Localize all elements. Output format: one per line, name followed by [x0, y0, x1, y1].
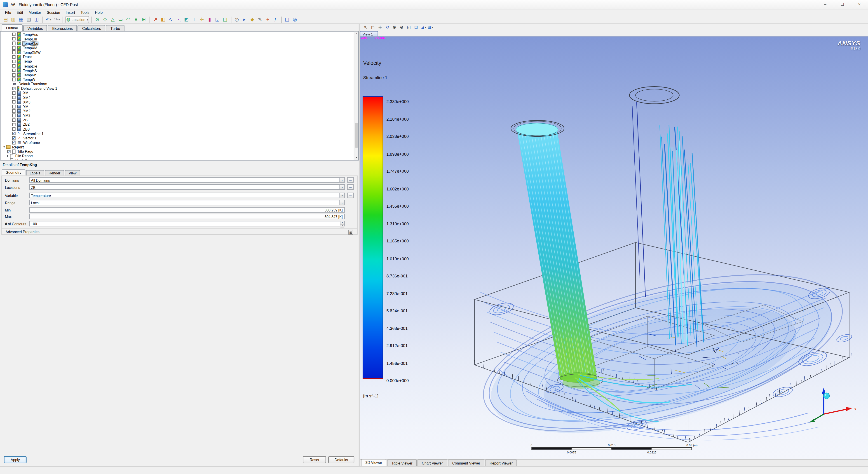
details-tab-render[interactable]: Render [45, 170, 64, 176]
checkbox[interactable] [12, 127, 16, 131]
checkbox[interactable] [12, 73, 16, 77]
view-select-icon[interactable]: ▦▾ [427, 24, 434, 31]
tab-outline[interactable]: Outline [2, 24, 22, 31]
tree-item-title-page[interactable]: ✓Title Page [0, 149, 353, 154]
tree-item-ym[interactable]: YM [0, 104, 353, 109]
menu-help[interactable]: Help [92, 9, 105, 15]
checkbox[interactable] [12, 69, 16, 72]
text-label-icon[interactable]: T [190, 16, 198, 23]
checkbox[interactable] [12, 96, 16, 99]
contour-icon[interactable]: ◧ [159, 16, 167, 23]
tab-variables[interactable]: Variables [23, 25, 47, 31]
tree-item-default-legend-view-1[interactable]: ✓Default Legend View 1 [0, 86, 353, 91]
zoom-box-icon[interactable]: ◱ [406, 24, 412, 31]
rotate-icon[interactable]: ⟲ [384, 24, 391, 31]
close-button[interactable]: × [851, 0, 868, 9]
tree-item-xm3[interactable]: XM3 [0, 100, 353, 104]
tree-item-tempxm[interactable]: TempXM [0, 45, 353, 50]
tab-calculators[interactable]: Calculators [78, 25, 105, 31]
domains-more-button[interactable]: … [347, 177, 353, 183]
save-icon[interactable]: ▦ [18, 16, 25, 23]
checkbox[interactable] [12, 46, 16, 50]
tree-item-tempw[interactable]: TempW [0, 77, 353, 82]
plane-icon[interactable]: ◇ [101, 16, 109, 23]
scrollbar-thumb[interactable] [354, 123, 358, 148]
tree-item-tempaus[interactable]: TempAus [0, 32, 353, 37]
checkbox[interactable] [12, 64, 16, 68]
checkbox[interactable] [12, 100, 16, 104]
print-icon[interactable]: ▧ [25, 16, 32, 23]
checkbox[interactable]: ✓ [12, 136, 16, 140]
view-tab[interactable]: View 1▾ [360, 31, 378, 36]
new-file-icon[interactable]: ▤ [2, 16, 9, 23]
tree-item-zb2[interactable]: ZB2 [0, 122, 353, 127]
animation-icon[interactable]: ▸ [241, 16, 248, 23]
location-dropdown-button[interactable]: ◍Location▾ [65, 16, 89, 23]
plot-icon[interactable]: ◩ [183, 16, 190, 23]
viewer-split-icon[interactable]: ◫ [283, 16, 291, 23]
checkbox[interactable] [12, 109, 16, 113]
tree-item-file-report[interactable]: ▶File Report [0, 154, 353, 158]
minimize-button[interactable]: – [816, 0, 834, 9]
perspective-icon[interactable]: ◪▾ [420, 24, 427, 31]
spinner[interactable]: ▲▼ [340, 221, 344, 226]
volume-icon[interactable]: ⊞ [140, 16, 147, 23]
undo-icon[interactable]: ↶▾ [44, 16, 53, 23]
expander-right-icon[interactable]: ▶ [6, 159, 10, 160]
spin-down-icon[interactable]: ▼ [340, 225, 344, 227]
menu-edit[interactable]: Edit [14, 9, 26, 15]
tree-item-report[interactable]: ▼Report [0, 145, 353, 149]
checkbox[interactable] [12, 105, 16, 108]
polyline-icon[interactable]: △ [109, 16, 116, 23]
open-file-icon[interactable]: ▥ [10, 16, 17, 23]
viewer-tab-report-viewer[interactable]: Report Viewer [485, 460, 517, 466]
checkbox[interactable] [12, 33, 16, 36]
timestep-selector-icon[interactable]: ◷ [233, 16, 240, 23]
menu-file[interactable]: File [2, 9, 14, 15]
expander-right-icon[interactable]: ▶ [6, 155, 10, 157]
legend-icon[interactable]: ▮ [206, 16, 213, 23]
checkbox[interactable] [12, 118, 16, 122]
chevron-down-icon[interactable]: ▾ [339, 193, 344, 198]
viewport-3d[interactable]: X ANS NO PPM ANSYS R18.0 Velocity Stream… [360, 36, 868, 459]
spin-up-icon[interactable]: ▲ [340, 221, 344, 224]
tree-item-xm[interactable]: XM [0, 91, 353, 95]
checkbox[interactable] [12, 51, 16, 54]
point-icon[interactable]: ⊙ [94, 16, 101, 23]
advanced-properties-row[interactable]: Advanced Properties ⊞ [2, 228, 357, 235]
copy-icon[interactable]: ◫ [33, 16, 40, 23]
scroll-up-button[interactable]: ▲ [354, 32, 359, 36]
range-select[interactable]: Local▾ [29, 200, 345, 206]
chevron-down-icon[interactable]: ▾ [339, 185, 344, 189]
tree-item-xm2[interactable]: XM2 [0, 95, 353, 100]
locations-select[interactable]: ZB▾ [29, 184, 345, 190]
contours-stepper[interactable]: 100▲▼ [29, 221, 345, 227]
tree-item-druck[interactable]: Druck [0, 55, 353, 59]
tree-item-ym2[interactable]: YM2 [0, 109, 353, 113]
coord-frame-icon[interactable]: ✛ [198, 16, 206, 23]
tree-item-temphs[interactable]: TempHS [0, 68, 353, 73]
checkbox[interactable] [12, 78, 16, 81]
checkbox[interactable] [12, 91, 16, 95]
menu-session[interactable]: Session [44, 9, 63, 15]
clip-plane-icon[interactable]: ▭ [117, 16, 124, 23]
legend-colorbar[interactable] [363, 96, 383, 379]
reset-button[interactable]: Reset [303, 456, 326, 463]
checkbox[interactable]: ✓ [7, 150, 11, 153]
particle-track-icon[interactable]: ⋱ [175, 16, 182, 23]
checkbox[interactable] [12, 60, 16, 63]
zoom-out-icon[interactable]: ⊖ [398, 24, 405, 31]
pan-icon[interactable]: ✛ [377, 24, 383, 31]
tree-item-wireframe[interactable]: ✓▦Wireframe [0, 140, 353, 145]
locations-more-button[interactable]: … [347, 184, 353, 190]
scroll-down-button[interactable]: ▼ [354, 156, 359, 160]
tab-expressions[interactable]: Expressions [48, 25, 77, 31]
chevron-down-icon[interactable]: ▾ [339, 200, 344, 205]
checkbox[interactable]: ✓ [12, 141, 16, 145]
viewer-tab-3d-viewer[interactable]: 3D Viewer [361, 459, 386, 466]
expand-icon[interactable]: ⊞ [348, 229, 353, 234]
checkbox[interactable] [12, 41, 16, 45]
vector-icon[interactable]: ↗ [152, 16, 159, 23]
maximize-button[interactable]: □ [834, 0, 851, 9]
keyframe-icon[interactable]: ◆ [249, 16, 256, 23]
